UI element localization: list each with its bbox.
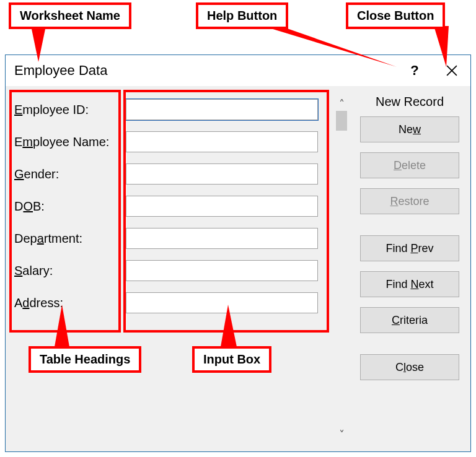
field-row-employee-name: Employee Name: [14,126,325,158]
close-x-button[interactable] [433,55,470,86]
label-address: Address: [14,296,126,310]
field-row-dob: DOB: [14,190,325,222]
action-panel: New Record New Delete Restore Find Prev … [356,95,463,390]
form-fields: Employee ID: Employee Name: Gender: DOB:… [14,94,325,319]
scroll-thumb[interactable] [336,111,347,131]
delete-button[interactable]: Delete [360,152,459,178]
callout-close-button: Close Button [346,2,445,29]
field-row-employee-id: Employee ID: [14,94,325,126]
record-status: New Record [376,95,444,109]
label-gender: Gender: [14,167,126,181]
callout-help-button: Help Button [196,2,288,29]
scroll-down-icon[interactable]: ˅ [339,428,345,442]
input-address[interactable] [126,292,318,313]
label-employee-name: Employee Name: [14,135,126,149]
data-form-dialog: Employee Data ? Employee ID: Employee Na… [5,54,471,452]
close-button[interactable]: Close [360,354,459,380]
criteria-button[interactable]: Criteria [360,307,459,333]
titlebar: Employee Data ? [6,55,470,86]
dialog-body: Employee ID: Employee Name: Gender: DOB:… [6,86,470,451]
record-scrollbar[interactable]: ˄ ˅ [334,97,349,442]
input-employee-name[interactable] [126,131,318,152]
find-prev-button[interactable]: Find Prev [360,235,459,261]
input-employee-id[interactable] [126,99,318,120]
label-employee-id: Employee ID: [14,103,126,117]
label-department: Department: [14,232,126,246]
field-row-department: Department: [14,222,325,255]
callout-table-headings: Table Headings [29,346,141,373]
dialog-title: Employee Data [6,63,396,79]
input-dob[interactable] [126,196,318,217]
callout-worksheet-name: Worksheet Name [9,2,131,29]
input-department[interactable] [126,228,318,249]
scroll-up-icon[interactable]: ˄ [339,97,345,111]
callout-input-box: Input Box [192,346,271,373]
input-salary[interactable] [126,260,318,281]
field-row-salary: Salary: [14,255,325,287]
field-row-address: Address: [14,287,325,319]
new-button[interactable]: New [360,116,459,142]
label-salary: Salary: [14,264,126,278]
scroll-track[interactable] [334,111,349,428]
label-dob: DOB: [14,199,126,214]
input-gender[interactable] [126,163,318,185]
find-next-button[interactable]: Find Next [360,271,459,297]
field-row-gender: Gender: [14,158,325,190]
restore-button[interactable]: Restore [360,188,459,214]
help-button[interactable]: ? [396,55,433,86]
close-icon [446,65,457,76]
